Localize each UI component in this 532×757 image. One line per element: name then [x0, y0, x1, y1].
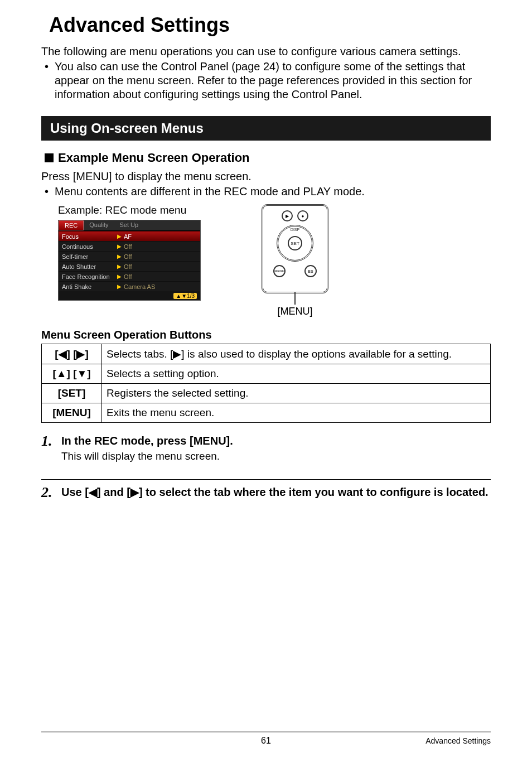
table-caption: Menu Screen Operation Buttons — [41, 329, 491, 341]
bs-button-icon: BS — [304, 265, 317, 277]
controller-bottom-row: MENU BS — [273, 265, 317, 277]
ops-desc: Selects a setting option. — [102, 364, 491, 384]
ops-desc: Selects tabs. [▶] is also used to displa… — [102, 344, 491, 364]
example-caption: Example: REC mode menu — [58, 204, 220, 216]
step-item: 1. In the REC mode, press [MENU]. This w… — [41, 434, 491, 468]
step-item: 2. Use [◀] and [▶] to select the tab whe… — [41, 479, 491, 505]
ops-key: [SET] — [42, 384, 102, 403]
rec-menu-tab-setup: Set Up — [114, 220, 144, 230]
operation-buttons-table: [◀] [▶] Selects tabs. [▶] is also used t… — [41, 344, 491, 423]
play-icon: ▶ — [282, 210, 293, 221]
intro-bullet-text: You also can use the Control Panel (page… — [55, 60, 491, 102]
rec-menu-item: Self-timer ▶ Off — [59, 251, 200, 261]
footer-page-number: 61 — [261, 736, 271, 746]
sub-heading-square-icon — [45, 153, 54, 162]
menu-button-icon: MENU — [273, 265, 286, 277]
rec-menu-arrow-icon: ▶ — [117, 243, 122, 249]
rec-menu-arrow-icon: ▶ — [117, 273, 122, 279]
page-title: Advanced Settings — [49, 13, 491, 37]
rec-menu-item-value: Off — [124, 273, 132, 280]
table-row: [MENU] Exits the menu screen. — [42, 403, 491, 423]
record-icon: ● — [297, 210, 308, 221]
rec-menu-arrow-icon: ▶ — [117, 283, 122, 290]
step-description: This will display the menu screen. — [61, 450, 491, 462]
controller-body: ▶ ● DISP SET MENU BS — [262, 204, 328, 293]
table-row: [◀] [▶] Selects tabs. [▶] is also used t… — [42, 344, 491, 364]
rec-menu-arrow-icon: ▶ — [117, 233, 122, 239]
rec-menu-tab-quality: Quality — [84, 220, 114, 230]
rec-menu-item-value: Off — [124, 263, 132, 270]
ring-top-label: DISP — [291, 228, 299, 232]
intro-bullet-row: • You also can use the Control Panel (pa… — [41, 60, 491, 102]
rec-menu-item-name: Focus — [62, 233, 115, 240]
step-number: 2. — [41, 485, 61, 500]
controller-ring: DISP SET — [277, 225, 313, 262]
sub-bullet-text: Menu contents are different in the REC m… — [55, 185, 491, 199]
step-number: 1. — [41, 434, 61, 449]
page-footer: 61 Advanced Settings — [41, 731, 491, 746]
controller-top-row: ▶ ● — [282, 210, 308, 221]
rec-menu-item-name: Auto Shutter — [62, 263, 115, 270]
rec-menu-item: Continuous ▶ Off — [59, 241, 200, 251]
rec-menu-tabs: REC Quality Set Up — [59, 220, 200, 231]
table-row: [SET] Registers the selected setting. — [42, 384, 491, 403]
ops-desc: Exits the menu screen. — [102, 403, 491, 423]
rec-menu-page-indicator: ▲▼1/3 — [59, 291, 200, 300]
rec-mode-menu-illustration: REC Quality Set Up Focus ▶ AF Continuous… — [58, 220, 201, 301]
rec-menu-item: Anti Shake ▶ Camera AS — [59, 281, 200, 291]
rec-menu-item-value: Off — [124, 253, 132, 260]
ops-key: [▲] [▼] — [42, 364, 102, 384]
rec-menu-item: Face Recognition ▶ Off — [59, 271, 200, 281]
sub-paragraph: Press [MENU] to display the menu screen. — [41, 170, 491, 184]
table-row: [▲] [▼] Selects a setting option. — [42, 364, 491, 384]
intro-paragraph: The following are menu operations you ca… — [41, 45, 491, 59]
rec-menu-item-value: Off — [124, 243, 132, 250]
bullet-dot: • — [45, 60, 55, 102]
ops-key: [◀] [▶] — [42, 344, 102, 364]
rec-menu-item-name: Self-timer — [62, 253, 115, 260]
section-header-bar: Using On-screen Menus — [41, 116, 491, 141]
sub-heading: Example Menu Screen Operation — [45, 151, 491, 165]
ops-desc: Registers the selected setting. — [102, 384, 491, 403]
sub-bullet-row: • Menu contents are different in the REC… — [41, 185, 491, 199]
rec-menu-item-value: Camera AS — [124, 283, 155, 290]
rec-menu-arrow-icon: ▶ — [117, 263, 122, 269]
sub-heading-text: Example Menu Screen Operation — [58, 151, 250, 165]
step-title: Use [◀] and [▶] to select the tab where … — [61, 485, 491, 499]
rec-menu-arrow-icon: ▶ — [117, 253, 122, 259]
rec-menu-item: Focus ▶ AF — [59, 231, 200, 241]
rec-menu-item-name: Anti Shake — [62, 283, 115, 290]
rec-menu-item-value: AF — [124, 233, 132, 240]
rec-menu-item-name: Continuous — [62, 243, 115, 250]
step-title: In the REC mode, press [MENU]. — [61, 434, 491, 448]
rec-menu-tab-rec: REC — [59, 220, 84, 230]
bullet-dot: • — [45, 185, 55, 199]
set-button-icon: SET — [288, 236, 302, 250]
footer-section-label: Advanced Settings — [425, 736, 491, 745]
controller-illustration: ▶ ● DISP SET MENU BS [MENU] — [248, 204, 342, 317]
rec-menu-page-indicator-text: ▲▼1/3 — [173, 293, 197, 299]
controller-caption: [MENU] — [278, 306, 313, 317]
rec-menu-item-name: Face Recognition — [62, 273, 115, 280]
callout-line — [294, 292, 296, 305]
ops-key: [MENU] — [42, 403, 102, 423]
rec-menu-item: Auto Shutter ▶ Off — [59, 261, 200, 271]
